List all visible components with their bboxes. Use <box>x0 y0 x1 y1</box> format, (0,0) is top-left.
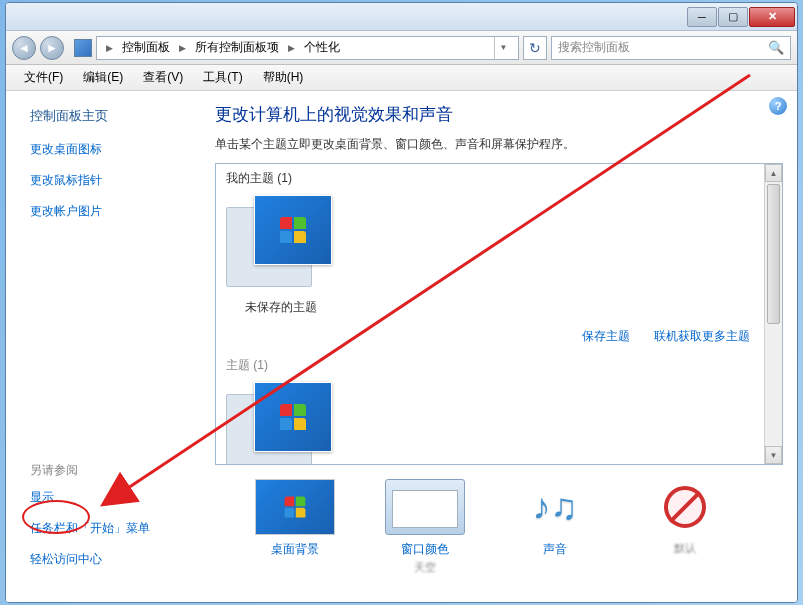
desktop-bg-icon <box>255 479 335 535</box>
sidebar-link-taskbar[interactable]: 任务栏和「开始」菜单 <box>30 520 189 537</box>
themes-listbox: 我的主题 (1) 未保存的主题 保存主题 联机获取更多主题 主题 (1) <box>215 163 783 465</box>
refresh-button[interactable]: ↻ <box>523 36 547 60</box>
menu-bar: 文件(F) 编辑(E) 查看(V) 工具(T) 帮助(H) <box>6 65 797 91</box>
main-panel: ? 更改计算机上的视觉效果和声音 单击某个主题立即更改桌面背景、窗口颜色、声音和… <box>201 91 797 602</box>
window-color-icon <box>385 479 465 535</box>
address-breadcrumb[interactable]: ▶ 控制面板 ▶ 所有控制面板项 ▶ 个性化 ▼ <box>96 36 519 60</box>
chevron-right-icon: ▶ <box>288 43 295 53</box>
maximize-button[interactable]: ▢ <box>718 7 748 27</box>
sidebar-link-account-picture[interactable]: 更改帐户图片 <box>30 203 189 220</box>
menu-help[interactable]: 帮助(H) <box>253 65 314 90</box>
sidebar: 控制面板主页 更改桌面图标 更改鼠标指针 更改帐户图片 另请参阅 显示 任务栏和… <box>6 91 201 602</box>
desktop-background-button[interactable]: 桌面背景 <box>255 479 335 575</box>
sound-icon: ♪♫ <box>515 479 595 535</box>
menu-file[interactable]: 文件(F) <box>14 65 73 90</box>
strip-sublabel: 默认 <box>645 541 725 556</box>
control-panel-icon <box>74 39 92 57</box>
nav-bar: ◄ ► ▶ 控制面板 ▶ 所有控制面板项 ▶ 个性化 ▼ ↻ 搜索控制面板 🔍 <box>6 31 797 65</box>
menu-tools[interactable]: 工具(T) <box>193 65 252 90</box>
breadcrumb-item[interactable]: 所有控制面板项 <box>191 37 283 58</box>
forward-button[interactable]: ► <box>40 36 64 60</box>
window-color-button[interactable]: 窗口颜色 天空 <box>385 479 465 575</box>
theme-item-unsaved[interactable]: 未保存的主题 <box>226 195 336 316</box>
menu-view[interactable]: 查看(V) <box>133 65 193 90</box>
close-button[interactable]: ✕ <box>749 7 795 27</box>
sidebar-home-link[interactable]: 控制面板主页 <box>30 107 189 125</box>
see-also-heading: 另请参阅 <box>30 462 189 479</box>
sidebar-link-mouse-pointer[interactable]: 更改鼠标指针 <box>30 172 189 189</box>
page-title: 更改计算机上的视觉效果和声音 <box>215 103 783 126</box>
strip-label: 桌面背景 <box>255 541 335 558</box>
strip-label: 声音 <box>515 541 595 558</box>
get-more-themes-link[interactable]: 联机获取更多主题 <box>654 329 750 343</box>
search-icon: 🔍 <box>768 40 784 55</box>
breadcrumb-item[interactable]: 控制面板 <box>118 37 174 58</box>
sounds-button[interactable]: ♪♫ 声音 <box>515 479 595 575</box>
breadcrumb-item[interactable]: 个性化 <box>300 37 344 58</box>
titlebar: ─ ▢ ✕ <box>6 3 797 31</box>
screensaver-icon <box>645 479 725 535</box>
screensaver-button[interactable]: 默认 <box>645 479 725 575</box>
back-button[interactable]: ◄ <box>12 36 36 60</box>
search-placeholder: 搜索控制面板 <box>558 39 630 56</box>
strip-sublabel: 天空 <box>385 560 465 575</box>
chevron-right-icon: ▶ <box>106 43 113 53</box>
strip-label: 窗口颜色 <box>385 541 465 558</box>
scrollbar-thumb[interactable] <box>767 184 780 324</box>
theme-label: 未保存的主题 <box>226 299 336 316</box>
page-description: 单击某个主题立即更改桌面背景、窗口颜色、声音和屏幕保护程序。 <box>215 136 783 153</box>
scroll-up-button[interactable]: ▲ <box>765 164 782 182</box>
window: ─ ▢ ✕ ◄ ► ▶ 控制面板 ▶ 所有控制面板项 ▶ 个性化 ▼ ↻ 搜索控… <box>5 2 798 603</box>
chevron-right-icon: ▶ <box>179 43 186 53</box>
sidebar-link-ease-of-access[interactable]: 轻松访问中心 <box>30 551 189 568</box>
help-icon[interactable]: ? <box>769 97 787 115</box>
content: 控制面板主页 更改桌面图标 更改鼠标指针 更改帐户图片 另请参阅 显示 任务栏和… <box>6 91 797 602</box>
search-input[interactable]: 搜索控制面板 🔍 <box>551 36 791 60</box>
theme-preview <box>226 382 336 464</box>
breadcrumb-dropdown[interactable]: ▼ <box>494 37 512 59</box>
my-themes-label: 我的主题 (1) <box>226 170 754 187</box>
minimize-button[interactable]: ─ <box>687 7 717 27</box>
theme-preview <box>226 195 336 295</box>
scroll-down-button[interactable]: ▼ <box>765 446 782 464</box>
sidebar-link-display[interactable]: 显示 <box>30 489 189 506</box>
personalization-strip: 桌面背景 窗口颜色 天空 ♪♫ 声音 <box>215 465 783 575</box>
theme-item[interactable] <box>226 382 336 464</box>
menu-edit[interactable]: 编辑(E) <box>73 65 133 90</box>
vertical-scrollbar[interactable]: ▲ ▼ <box>764 164 782 464</box>
aero-themes-label: 主题 (1) <box>226 357 754 374</box>
sidebar-link-desktop-icons[interactable]: 更改桌面图标 <box>30 141 189 158</box>
save-theme-link[interactable]: 保存主题 <box>582 329 630 343</box>
